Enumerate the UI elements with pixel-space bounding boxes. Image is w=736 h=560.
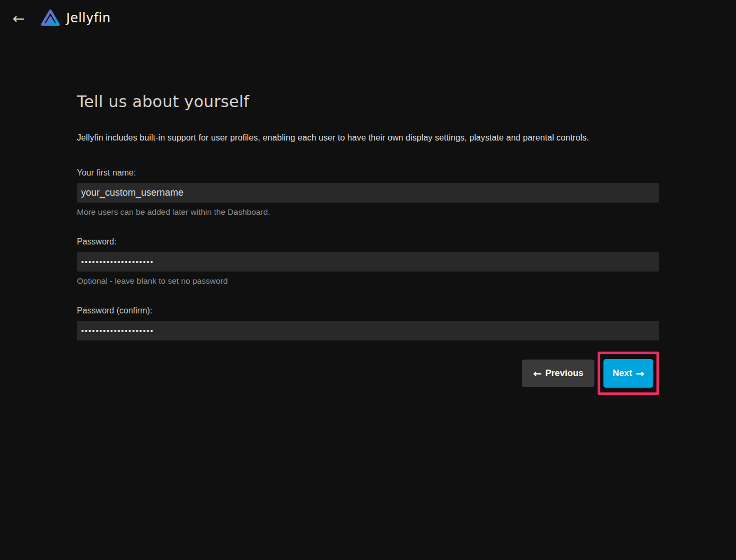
back-arrow-icon: ← [13,11,25,25]
password-label: Password: [77,237,659,247]
next-button[interactable]: Next → [603,359,653,388]
first-name-helper: More users can be added later within the… [77,207,659,217]
next-button-highlight: Next → [598,352,659,395]
wizard-content: Tell us about yourself Jellyfin includes… [77,92,659,395]
arrow-left-icon: ← [533,368,541,379]
password-confirm-field-group: Password (confirm): [77,306,659,340]
password-confirm-input[interactable] [77,321,659,340]
previous-button-label: Previous [545,368,583,379]
next-button-label: Next [612,368,632,379]
app-header: ← Jellyfin [0,0,736,36]
jellyfin-logo-icon [39,6,62,30]
page-title: Tell us about yourself [77,92,659,111]
page-description: Jellyfin includes built-in support for u… [77,133,659,143]
app-title: Jellyfin [66,11,111,25]
password-input[interactable] [77,252,659,272]
first-name-input[interactable] [77,183,659,203]
back-button[interactable]: ← [11,9,27,27]
first-name-label: Your first name: [77,168,659,178]
arrow-right-icon: → [636,368,644,379]
first-name-field-group: Your first name: More users can be added… [77,168,659,217]
wizard-nav-buttons: ← Previous Next → [77,352,659,395]
password-helper: Optional - leave blank to set no passwor… [77,276,659,286]
password-confirm-label: Password (confirm): [77,306,659,316]
password-field-group: Password: Optional - leave blank to set … [77,237,659,286]
previous-button[interactable]: ← Previous [522,360,594,387]
